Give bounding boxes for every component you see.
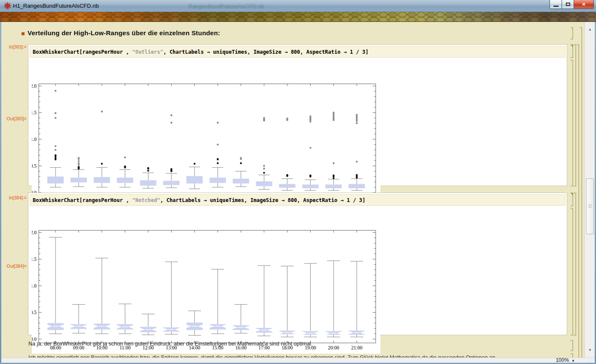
maximize-icon	[566, 3, 570, 6]
svg-text:2.0: 2.0	[32, 83, 37, 89]
titlebar[interactable]: H1_RangesBundFutureAlsCFD.nb RangesBundF…	[0, 0, 596, 12]
clipped-text-cell[interactable]: Ich möchte eigentlich nen Bereich ausble…	[28, 355, 575, 358]
out-label-383: Out[383]=	[1, 116, 27, 121]
window-title: H1_RangesBundFutureAlsCFD.nb	[13, 3, 99, 9]
input-cell-384[interactable]: BoxWhiskerChart[rangesPerHour , "Notched…	[30, 194, 565, 206]
vertical-scrollbar[interactable]: ▲ ▼	[584, 22, 595, 358]
scroll-down-button[interactable]: ▼	[586, 346, 594, 354]
cell-group-384: BoxWhiskerChart[rangesPerHour , "Notched…	[28, 193, 567, 335]
thumb-grip	[588, 205, 592, 205]
maximize-button[interactable]	[562, 0, 574, 9]
svg-text:1.5: 1.5	[32, 257, 37, 262]
scroll-up-button[interactable]: ▲	[586, 25, 594, 34]
scrollbar-thumb[interactable]	[586, 178, 594, 234]
clipped-text-line: Ich möchte eigentlich nen Bereich ausble…	[28, 355, 575, 358]
minimize-button[interactable]	[550, 0, 562, 9]
svg-text:1.0: 1.0	[32, 137, 37, 142]
svg-text:2.0: 2.0	[32, 230, 37, 235]
comment-after: sind nicht optimal.	[268, 341, 313, 347]
magnification-control[interactable]: 100% ▲	[556, 357, 575, 363]
mathematica-notebook-window: H1_RangesBundFutureAlsCFD.nb RangesBundF…	[0, 0, 596, 364]
thumb-grip	[588, 207, 592, 208]
in-label-384: In[384]:=	[1, 195, 27, 200]
close-button[interactable]: ✕	[574, 0, 594, 9]
window-controls: ✕	[550, 0, 594, 9]
scroll-up-icon: ▲	[588, 28, 592, 31]
zoom-menu-arrow-icon: ▲	[571, 358, 575, 362]
in-label-383: In[383]:=	[1, 44, 27, 49]
input-cell-383[interactable]: BoxWhiskerChart[rangesPerHour , "Outlier…	[30, 46, 565, 58]
titlebar-ghost-text: RangesBundFutureAlsCFD.nb	[188, 3, 264, 9]
resize-grip[interactable]: ⋰	[589, 359, 593, 363]
notebook-page: Verteilung der High-Low-Ranges über die …	[1, 22, 584, 358]
cell-brackets[interactable]	[568, 22, 584, 358]
cell-group-383: BoxWhiskerChart[rangesPerHour , "Outlier…	[28, 44, 567, 186]
section-bullet-icon	[22, 32, 25, 35]
comment-before: Na ja, der BoxWhiskerPlot gibt ja schon …	[28, 341, 237, 347]
svg-text:1.5: 1.5	[32, 110, 37, 115]
mathematica-spikey-icon	[4, 2, 11, 9]
hexagon-pattern	[0, 12, 596, 21]
close-icon: ✕	[582, 2, 586, 7]
boxwhisker-chart-outliers: 0.00.51.01.52.008:0009:0010:0011:0012:00…	[32, 82, 380, 207]
zoom-level-value: 100%	[556, 357, 569, 363]
comment-text-cell[interactable]: Na ja, der BoxWhiskerPlot gibt ja schon …	[28, 341, 312, 347]
svg-text:1.0: 1.0	[32, 283, 37, 288]
thumb-grip	[588, 206, 592, 206]
svg-text:20:00: 20:00	[328, 345, 339, 350]
scroll-down-icon: ▼	[588, 348, 592, 352]
svg-text:0.5: 0.5	[32, 310, 37, 315]
minimize-icon	[553, 6, 559, 7]
out-label-384: Out[384]=	[1, 263, 27, 269]
svg-text:21:00: 21:00	[351, 345, 362, 350]
comment-italic: Mathematica	[237, 341, 268, 347]
status-bar: 100% ▲ ⋰	[1, 358, 595, 363]
svg-text:0.5: 0.5	[32, 163, 37, 168]
boxwhisker-chart-notched: 0.00.51.01.52.008:0009:0010:0011:0012:00…	[32, 228, 380, 354]
notebook-banner	[0, 12, 596, 22]
section-heading: Verteilung der High-Low-Ranges über die …	[28, 29, 220, 37]
